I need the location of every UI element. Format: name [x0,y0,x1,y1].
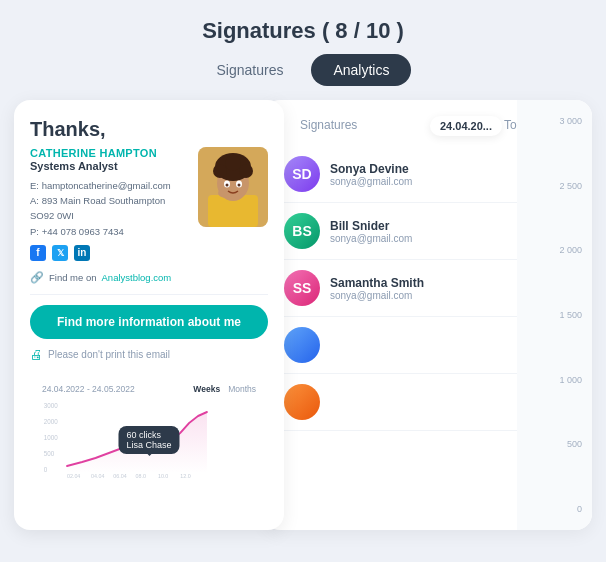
sig-address: 893 Main Road Southampton SO92 0WI [30,195,165,221]
svg-text:500: 500 [44,449,55,456]
col-signatures-label: Signatures [300,118,357,132]
chart-toggle-weeks[interactable]: Weeks [193,384,220,394]
row-left: SS Samantha Smith sonya@gmail.com [280,270,424,306]
tabs-container: Signatures Analytics [0,54,606,86]
avatar [284,384,320,420]
cta-button[interactable]: Find more information about me [30,305,268,339]
svg-text:04.04: 04.04 [91,472,104,477]
twitter-icon[interactable]: 𝕏 [52,245,68,261]
bar-label: 1 000 [559,375,582,385]
svg-text:3000: 3000 [44,401,58,408]
chart-toggle: Weeks Months [193,384,256,394]
bar-label: 2 000 [559,245,582,255]
svg-point-10 [238,184,241,187]
sig-name: CATHERINE HAMPTON [30,147,188,159]
avatar-initials: BS [284,213,320,249]
row-email: sonya@gmail.com [330,233,412,244]
bar-chart-panel: 3 000 2 500 2 000 1 500 1 000 500 0 [517,100,592,530]
svg-text:02.04: 02.04 [67,472,80,477]
row-left [280,327,330,363]
bar-label: 0 [577,504,582,514]
svg-point-9 [226,184,229,187]
address-label: A: [30,195,42,206]
sig-info: CATHERINE HAMPTON Systems Analyst E: ham… [30,147,188,261]
row-email: sonya@gmail.com [330,290,424,301]
greeting-text: Thanks, [30,118,268,141]
blog-label: Find me on [49,272,97,283]
sig-social: f 𝕏 in [30,245,188,261]
page-title: Signatures ( 8 / 10 ) [202,18,404,43]
blog-link[interactable]: Analystblog.com [102,272,172,283]
chart-toggle-months[interactable]: Months [228,384,256,394]
row-info: Samantha Smith sonya@gmail.com [330,276,424,301]
svg-text:1000: 1000 [44,433,58,440]
avatar-initials: SD [284,156,320,192]
page-wrapper: Signatures ( 8 / 10 ) Signatures Analyti… [0,0,606,562]
svg-text:0: 0 [44,465,48,472]
avatar: SD [284,156,320,192]
row-email: sonya@gmail.com [330,176,412,187]
svg-text:2000: 2000 [44,417,58,424]
svg-text:12.0: 12.0 [180,472,190,477]
analytics-panel: 24.04.20... Signatures Total clicks ⇅ SD [264,100,592,530]
blog-icon: 🔗 [30,271,44,284]
sig-photo [198,147,268,227]
chart-header: 24.04.2022 - 24.05.2022 Weeks Months [42,384,256,394]
svg-point-5 [239,164,253,178]
chart-date-range: 24.04.2022 - 24.05.2022 [42,384,135,394]
linkedin-icon[interactable]: in [74,245,90,261]
svg-text:10.0: 10.0 [158,472,168,477]
row-left [280,384,330,420]
phone-label: P: [30,226,42,237]
tab-analytics[interactable]: Analytics [311,54,411,86]
main-content: Thanks, CATHERINE HAMPTON Systems Analys… [0,100,606,560]
row-name: Bill Snider [330,219,412,233]
avatar-initials [284,327,320,363]
sig-profile: CATHERINE HAMPTON Systems Analyst E: ham… [30,147,268,261]
no-print-label: 🖨 Please don't print this email [30,347,268,362]
bar-label: 1 500 [559,310,582,320]
chart-section: 24.04.2022 - 24.05.2022 Weeks Months 300… [30,374,268,486]
svg-point-4 [213,164,227,178]
header: Signatures ( 8 / 10 ) [0,0,606,54]
avatar: BS [284,213,320,249]
divider [30,294,268,295]
sig-details: E: hamptoncatherine@gmail.com A: 893 Mai… [30,178,188,239]
avatar: SS [284,270,320,306]
bar-label: 2 500 [559,181,582,191]
sig-job-title: Systems Analyst [30,160,188,172]
row-left: BS Bill Snider sonya@gmail.com [280,213,412,249]
chart-container: 3000 2000 1000 500 0 [42,398,256,478]
avatar-initials: SS [284,270,320,306]
date-badge: 24.04.20... [430,116,502,136]
bar-label: 3 000 [559,116,582,126]
sig-blog: 🔗 Find me on Analystblog.com [30,271,268,284]
sig-email: hamptoncatherine@gmail.com [42,180,171,191]
tab-signatures[interactable]: Signatures [195,54,306,86]
svg-point-6 [225,155,241,171]
svg-text:08.0: 08.0 [136,472,146,477]
email-label: E: [30,180,42,191]
avatar-initials [284,384,320,420]
row-info: Bill Snider sonya@gmail.com [330,219,412,244]
row-info: Sonya Devine sonya@gmail.com [330,162,412,187]
row-name: Sonya Devine [330,162,412,176]
svg-point-17 [141,442,148,450]
row-name: Samantha Smith [330,276,424,290]
svg-text:06.04: 06.04 [113,472,126,477]
signature-card: Thanks, CATHERINE HAMPTON Systems Analys… [14,100,284,530]
facebook-icon[interactable]: f [30,245,46,261]
row-left: SD Sonya Devine sonya@gmail.com [280,156,412,192]
avatar [284,327,320,363]
print-icon: 🖨 [30,347,43,362]
no-print-text: Please don't print this email [48,349,170,360]
sig-phone: +44 078 0963 7434 [42,226,124,237]
bar-label: 500 [567,439,582,449]
